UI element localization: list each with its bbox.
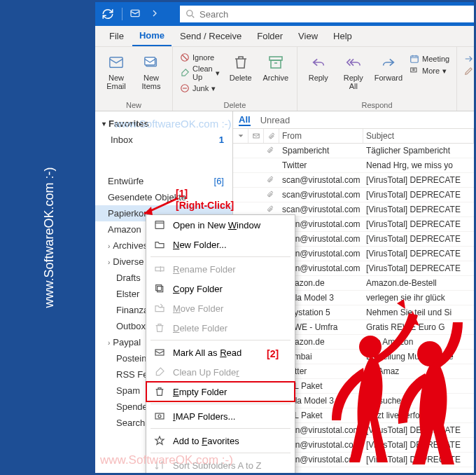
forward-icon bbox=[379, 53, 398, 72]
col-attach[interactable] bbox=[264, 129, 279, 143]
menu-tab-view[interactable]: View bbox=[291, 27, 325, 46]
junk-icon bbox=[180, 83, 190, 93]
context-move: Move Folder bbox=[146, 298, 295, 318]
search-icon bbox=[186, 9, 195, 19]
decorative-dancers bbox=[307, 298, 468, 466]
filter-all[interactable]: All bbox=[239, 114, 251, 126]
brand-sidebar: www.SoftwareOK.com :-) bbox=[2, 2, 95, 473]
svg-rect-15 bbox=[156, 285, 162, 291]
svg-rect-17 bbox=[155, 413, 164, 419]
broom-icon bbox=[153, 366, 166, 378]
context-open[interactable]: Open in New Window bbox=[146, 215, 295, 235]
more-button[interactable]: More ▾ bbox=[410, 66, 449, 76]
arrow-icon bbox=[139, 195, 179, 218]
trash-icon bbox=[153, 385, 166, 398]
svg-rect-9 bbox=[411, 56, 419, 62]
cleanup-button[interactable]: Clean Up ▾ bbox=[180, 64, 220, 81]
ribbon-group-extra: Cre bbox=[457, 47, 476, 111]
forward-button[interactable]: Forward bbox=[374, 50, 402, 82]
sync-icon[interactable] bbox=[101, 7, 115, 21]
mini-icon-2[interactable] bbox=[149, 8, 162, 20]
annotation-right-click: [Right-Click] bbox=[176, 200, 234, 211]
menu-tab-help[interactable]: Help bbox=[326, 27, 359, 46]
move-icon bbox=[153, 302, 166, 315]
svg-rect-10 bbox=[411, 68, 416, 72]
create-button[interactable]: Cre bbox=[464, 66, 476, 76]
svg-point-18 bbox=[158, 415, 161, 418]
context-del: Delete Folder bbox=[146, 318, 295, 338]
context-ren: Rename Folder bbox=[146, 259, 295, 279]
col-select[interactable] bbox=[233, 129, 248, 143]
reply-all-icon bbox=[344, 53, 363, 72]
menu-tab-folder[interactable]: Folder bbox=[250, 27, 290, 46]
col-from[interactable]: From bbox=[279, 129, 363, 143]
message-row[interactable]: TwitterNenad Hrg, we miss yo bbox=[233, 158, 474, 173]
mini-icon-1[interactable] bbox=[130, 8, 142, 20]
extra-1[interactable] bbox=[464, 54, 476, 64]
svg-rect-12 bbox=[155, 221, 164, 229]
archive-icon bbox=[266, 53, 286, 72]
archive-button[interactable]: Archive bbox=[262, 50, 290, 82]
reply-icon bbox=[309, 53, 328, 72]
context-copy[interactable]: Copy Folder bbox=[146, 279, 295, 298]
filter-unread[interactable]: Unread bbox=[260, 115, 290, 125]
ignore-button[interactable]: Ignore bbox=[180, 53, 220, 62]
svg-rect-13 bbox=[155, 267, 164, 270]
search-box[interactable] bbox=[180, 6, 474, 22]
rename-icon bbox=[153, 263, 166, 275]
folder-icon bbox=[153, 238, 166, 251]
message-row[interactable]: SpamberichtTäglicher Spambericht bbox=[233, 144, 474, 158]
svg-rect-2 bbox=[110, 57, 122, 68]
imap-icon bbox=[153, 410, 166, 422]
svg-point-1 bbox=[187, 11, 192, 16]
annotation-2: [2] bbox=[267, 348, 279, 359]
context-fav[interactable]: Add to Favorites bbox=[146, 431, 295, 450]
ignore-icon bbox=[180, 53, 190, 62]
junk-button[interactable]: Junk ▾ bbox=[180, 83, 220, 93]
menu-tab-file[interactable]: File bbox=[102, 27, 131, 46]
delete-button[interactable]: Delete bbox=[227, 50, 255, 82]
menu-tab-send-receive[interactable]: Send / Receive bbox=[173, 27, 248, 46]
nav-folder-entw-rfe[interactable]: Entwürfe[6] bbox=[95, 173, 232, 189]
reply-button[interactable]: Reply bbox=[304, 50, 332, 82]
search-input[interactable] bbox=[200, 9, 468, 20]
col-read[interactable] bbox=[248, 129, 264, 143]
context-newf[interactable]: New Folder... bbox=[146, 235, 295, 254]
context-menu: Open in New WindowNew Folder...Rename Fo… bbox=[146, 214, 295, 475]
ribbon-group-delete: Ignore Clean Up ▾ Junk ▾ Delete Archive … bbox=[173, 47, 298, 111]
col-subject[interactable]: Subject bbox=[363, 129, 474, 143]
brand-vertical-text: www.SoftwareOK.com :-) bbox=[41, 167, 56, 308]
message-row[interactable]: scan@virustotal.com[VirusTotal] DEPRECAT… bbox=[233, 188, 474, 202]
copy-icon bbox=[153, 282, 166, 295]
meeting-button[interactable]: Meeting bbox=[410, 54, 449, 64]
context-empty-folder[interactable]: Empty Folder bbox=[146, 382, 295, 401]
svg-rect-16 bbox=[155, 350, 164, 355]
context-clean: Clean Up Folder bbox=[146, 362, 295, 382]
context-imap[interactable]: IMAP Folders... bbox=[146, 406, 295, 426]
star-icon bbox=[153, 434, 166, 447]
message-row[interactable]: scan@virustotal.com[VirusTotal] DEPRECAT… bbox=[233, 173, 474, 188]
svg-rect-4 bbox=[145, 57, 155, 65]
trash-icon bbox=[153, 322, 166, 334]
menubar: FileHomeSend / ReceiveFolderViewHelp bbox=[95, 26, 474, 47]
watermark-bottom: www.SoftwareOK.com :-) bbox=[100, 453, 233, 467]
menu-tab-home[interactable]: Home bbox=[132, 26, 172, 46]
pencil-icon bbox=[464, 66, 474, 76]
svg-rect-8 bbox=[271, 60, 281, 68]
new-email-button[interactable]: New Email bbox=[102, 50, 130, 90]
move-to-icon bbox=[464, 54, 474, 64]
watermark-top: www.SoftwareOK.com :-) bbox=[114, 118, 232, 130]
svg-rect-14 bbox=[158, 287, 163, 292]
nav-inbox[interactable]: Inbox1 bbox=[95, 132, 232, 148]
broom-icon bbox=[180, 68, 190, 78]
new-items-button[interactable]: New Items bbox=[137, 50, 165, 90]
ribbon: New Email New Items New Ignore Clean Up … bbox=[95, 47, 474, 111]
svg-point-19 bbox=[359, 336, 382, 358]
column-header: From Subject bbox=[233, 128, 474, 144]
reply-all-button[interactable]: Reply All bbox=[340, 50, 368, 90]
window-icon bbox=[153, 219, 166, 231]
mail-icon bbox=[153, 346, 166, 359]
ribbon-group-respond: Reply Reply All Forward Meeting More ▾ R… bbox=[298, 47, 457, 111]
mail-icon bbox=[106, 53, 126, 72]
list-filter-bar: All Unread bbox=[233, 111, 474, 128]
